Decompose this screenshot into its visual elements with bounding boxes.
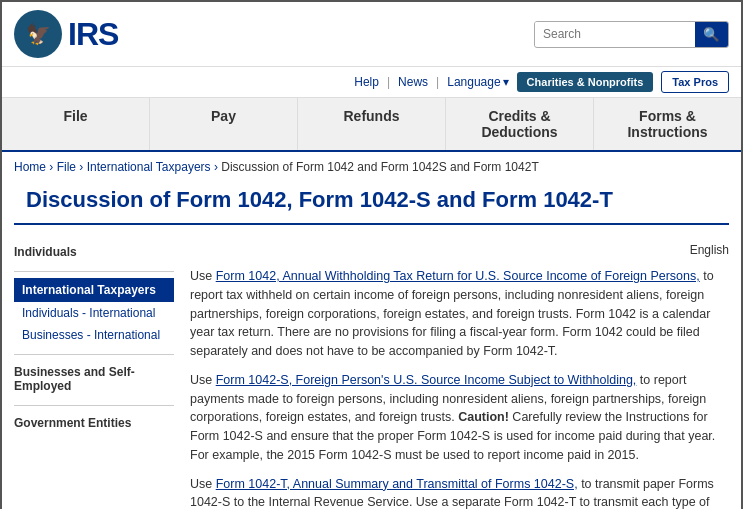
breadcrumb-international[interactable]: International Taxpayers [87, 160, 211, 174]
paragraph-1: Use Form 1042, Annual Withholding Tax Re… [190, 267, 729, 361]
main-nav: File Pay Refunds Credits & Deductions Fo… [2, 98, 741, 152]
main-content: English Use Form 1042, Annual Withholdin… [190, 241, 729, 509]
para1-prefix: Use [190, 269, 216, 283]
nav-credits-deductions[interactable]: Credits & Deductions [446, 98, 594, 150]
para2-prefix: Use [190, 373, 216, 387]
form1042-link[interactable]: Form 1042, Annual Withholding Tax Return… [216, 269, 700, 283]
search-input[interactable] [535, 22, 695, 46]
sidebar-heading-government[interactable]: Government Entities [14, 412, 174, 434]
page-title: Discussion of Form 1042, Form 1042-S and… [14, 182, 729, 225]
breadcrumb-file[interactable]: File [57, 160, 76, 174]
logo: IRS [14, 10, 118, 58]
sidebar-section-government: Government Entities [14, 412, 174, 434]
sidebar-section-individuals: Individuals [14, 241, 174, 263]
breadcrumb-current: Discussion of Form 1042 and Form 1042S a… [221, 160, 538, 174]
language-label: English [190, 241, 729, 259]
search-form: 🔍 [534, 21, 729, 48]
nav-forms-instructions[interactable]: Forms & Instructions [594, 98, 741, 150]
breadcrumb: Home › File › International Taxpayers › … [2, 152, 741, 182]
sidebar-divider-1 [14, 271, 174, 272]
news-link[interactable]: News [398, 75, 428, 89]
sidebar-item-individuals-international[interactable]: Individuals - International [14, 302, 174, 324]
sidebar-section-international: International Taxpayers Individuals - In… [14, 278, 174, 346]
sidebar-item-businesses-international[interactable]: Businesses - International [14, 324, 174, 346]
para3-prefix: Use [190, 477, 216, 491]
caution-label: Caution! [458, 410, 509, 424]
sidebar-item-international-taxpayers[interactable]: International Taxpayers [14, 278, 174, 302]
nav-pay[interactable]: Pay [150, 98, 298, 150]
sidebar: Individuals International Taxpayers Indi… [14, 241, 174, 509]
paragraph-2: Use Form 1042-S, Foreign Person's U.S. S… [190, 371, 729, 465]
content-area: Individuals International Taxpayers Indi… [2, 233, 741, 509]
sidebar-divider-2 [14, 354, 174, 355]
charities-button[interactable]: Charities & Nonprofits [517, 72, 654, 92]
secondary-nav: Help | News | Language ▾ Charities & Non… [2, 67, 741, 98]
sidebar-divider-3 [14, 405, 174, 406]
form1042s-link[interactable]: Form 1042-S, Foreign Person's U.S. Sourc… [216, 373, 637, 387]
nav-file[interactable]: File [2, 98, 150, 150]
header: IRS 🔍 [2, 2, 741, 67]
sidebar-heading-businesses[interactable]: Businesses and Self-Employed [14, 361, 174, 397]
sidebar-heading-individuals[interactable]: Individuals [14, 241, 174, 263]
nav-refunds[interactable]: Refunds [298, 98, 446, 150]
sidebar-section-businesses: Businesses and Self-Employed [14, 361, 174, 397]
language-dropdown[interactable]: Language ▾ [447, 75, 508, 89]
logo-text: IRS [68, 16, 118, 53]
help-link[interactable]: Help [354, 75, 379, 89]
breadcrumb-home[interactable]: Home [14, 160, 46, 174]
paragraph-3: Use Form 1042-T, Annual Summary and Tran… [190, 475, 729, 510]
taxpros-button[interactable]: Tax Pros [661, 71, 729, 93]
form1042t-link[interactable]: Form 1042-T, Annual Summary and Transmit… [216, 477, 578, 491]
irs-logo-icon [14, 10, 62, 58]
search-button[interactable]: 🔍 [695, 22, 728, 47]
